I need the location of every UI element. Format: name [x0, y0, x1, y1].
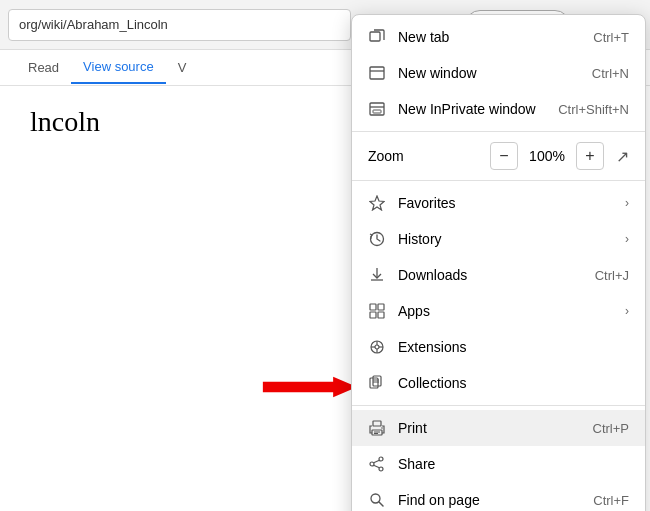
share-label: Share [398, 456, 629, 472]
new-tab-icon [368, 28, 386, 46]
menu-item-new-tab[interactable]: New tab Ctrl+T [352, 19, 645, 55]
history-label: History [398, 231, 613, 247]
print-label: Print [398, 420, 581, 436]
svg-rect-9 [370, 304, 376, 310]
print-shortcut: Ctrl+P [593, 421, 629, 436]
menu-item-favorites[interactable]: Favorites › [352, 185, 645, 221]
zoom-row: Zoom − 100% + ↗ [352, 136, 645, 176]
svg-point-28 [379, 457, 383, 461]
svg-line-32 [374, 465, 380, 468]
divider-2 [352, 180, 645, 181]
svg-point-14 [375, 345, 379, 349]
svg-rect-1 [370, 32, 380, 41]
svg-rect-24 [373, 421, 381, 426]
apps-icon [368, 302, 386, 320]
downloads-label: Downloads [398, 267, 583, 283]
downloads-icon [368, 266, 386, 284]
menu-item-print[interactable]: Print Ctrl+P [352, 410, 645, 446]
inprivate-icon [368, 100, 386, 118]
svg-marker-0 [263, 377, 357, 398]
svg-rect-11 [370, 312, 376, 318]
svg-rect-12 [378, 312, 384, 318]
url-bar[interactable]: org/wiki/Abraham_Lincoln [8, 9, 351, 41]
svg-rect-2 [370, 67, 384, 79]
share-icon [368, 455, 386, 473]
svg-point-29 [379, 467, 383, 471]
menu-item-history[interactable]: History › [352, 221, 645, 257]
svg-rect-6 [373, 110, 381, 113]
find-shortcut: Ctrl+F [593, 493, 629, 508]
menu-item-apps[interactable]: Apps › [352, 293, 645, 329]
menu-item-inprivate[interactable]: New InPrivate window Ctrl+Shift+N [352, 91, 645, 127]
arrow-indicator [260, 375, 360, 399]
collections-icon [368, 374, 386, 392]
inprivate-label: New InPrivate window [398, 101, 546, 117]
tab-read[interactable]: Read [16, 52, 71, 83]
menu-item-collections[interactable]: Collections [352, 365, 645, 401]
zoom-expand-icon[interactable]: ↗ [616, 147, 629, 166]
divider-1 [352, 131, 645, 132]
svg-point-30 [370, 462, 374, 466]
divider-3 [352, 405, 645, 406]
history-arrow: › [625, 232, 629, 246]
svg-line-31 [374, 460, 380, 463]
zoom-control: − 100% + ↗ [490, 142, 629, 170]
menu-item-find[interactable]: Find on page Ctrl+F [352, 482, 645, 511]
inprivate-shortcut: Ctrl+Shift+N [558, 102, 629, 117]
new-window-label: New window [398, 65, 580, 81]
print-icon [368, 419, 386, 437]
new-window-shortcut: Ctrl+N [592, 66, 629, 81]
downloads-shortcut: Ctrl+J [595, 268, 629, 283]
apps-label: Apps [398, 303, 613, 319]
tab-view-source[interactable]: View source [71, 51, 166, 84]
extensions-label: Extensions [398, 339, 629, 355]
favorites-icon [368, 194, 386, 212]
find-icon [368, 491, 386, 509]
svg-point-27 [381, 427, 383, 429]
collections-label: Collections [398, 375, 629, 391]
svg-rect-10 [378, 304, 384, 310]
menu-item-downloads[interactable]: Downloads Ctrl+J [352, 257, 645, 293]
url-text: org/wiki/Abraham_Lincoln [19, 17, 168, 32]
svg-line-34 [379, 502, 383, 506]
favorites-arrow: › [625, 196, 629, 210]
new-tab-label: New tab [398, 29, 581, 45]
new-window-icon [368, 64, 386, 82]
menu-item-new-window[interactable]: New window Ctrl+N [352, 55, 645, 91]
zoom-in-button[interactable]: + [576, 142, 604, 170]
svg-marker-7 [370, 196, 384, 210]
zoom-out-button[interactable]: − [490, 142, 518, 170]
apps-arrow: › [625, 304, 629, 318]
history-icon [368, 230, 386, 248]
extensions-icon [368, 338, 386, 356]
context-menu: New tab Ctrl+T New window Ctrl+N New InP… [351, 14, 646, 511]
menu-item-extensions[interactable]: Extensions [352, 329, 645, 365]
menu-item-share[interactable]: Share [352, 446, 645, 482]
favorites-label: Favorites [398, 195, 613, 211]
zoom-label: Zoom [368, 148, 490, 164]
find-label: Find on page [398, 492, 581, 508]
new-tab-shortcut: Ctrl+T [593, 30, 629, 45]
zoom-percent: 100% [526, 148, 568, 164]
tab-v[interactable]: V [166, 52, 199, 83]
